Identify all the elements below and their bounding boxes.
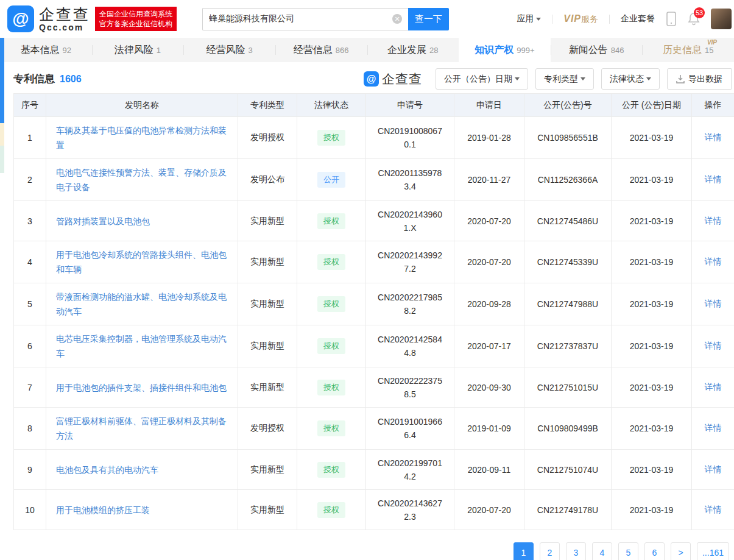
menu-vip-service[interactable]: VIP服务 <box>563 13 598 25</box>
export-data-button[interactable]: 导出数据 <box>667 68 732 90</box>
patent-name-link[interactable]: 车辆及其基于电压值的电池异常检测方法和装置 <box>56 126 227 150</box>
filter-legal-status-label: 法律状态 <box>610 74 644 85</box>
menu-apps[interactable]: 应用 <box>517 13 541 24</box>
rail-segment-green <box>0 146 4 173</box>
column-header: 序号 <box>14 94 46 117</box>
detail-link[interactable]: 详情 <box>705 174 722 184</box>
cell-legal-status: 授权 <box>297 450 366 490</box>
search-input[interactable] <box>209 14 392 24</box>
page-button-2[interactable]: 2 <box>540 542 560 560</box>
user-avatar[interactable] <box>711 9 732 29</box>
cell-patent-type: 发明授权 <box>238 408 297 450</box>
detail-link[interactable]: 详情 <box>705 382 722 392</box>
patent-name-link[interactable]: 用于电池包冷却系统的管路接头组件、电池包和车辆 <box>56 250 227 274</box>
tab-7[interactable]: 新闻公告846 <box>551 38 643 62</box>
next-page-button[interactable]: > <box>671 542 691 560</box>
patent-name-link[interactable]: 电池包及具有其的电动汽车 <box>56 465 158 475</box>
table-row: 3管路对插装置以及电池包实用新型授权CN202021439601.X2020-0… <box>14 201 734 241</box>
cell-legal-status: 授权 <box>297 325 366 367</box>
cell-application-date: 2020-07-17 <box>454 325 524 367</box>
detail-link[interactable]: 详情 <box>705 341 722 350</box>
page-button-1[interactable]: 1 <box>513 542 534 560</box>
filter-publication-date[interactable]: 公开（公告）日期 <box>436 68 528 90</box>
patent-name-link[interactable]: 用于电池包的插件支架、插接件组件和电池包 <box>56 383 227 392</box>
clear-search-icon[interactable]: ✕ <box>392 14 402 24</box>
table-row: 4用于电池包冷却系统的管路接头组件、电池包和车辆实用新型授权CN20202143… <box>14 241 734 283</box>
vip-tag: VIP <box>707 39 717 46</box>
detail-link[interactable]: 详情 <box>705 257 722 266</box>
notifications-bell-icon[interactable]: 53 <box>688 12 700 26</box>
cell-action: 详情 <box>692 490 734 530</box>
table-row: 2电池电气连接性预警方法、装置、存储介质及电子设备发明公布公开CN2020113… <box>14 159 734 201</box>
page-button-3[interactable]: 3 <box>566 542 586 560</box>
tab-count: 866 <box>336 46 349 55</box>
table-header-row: 序号发明名称专利类型法律状态申请号申请日公开(公告)号公开 (公告)日期操作 <box>14 94 734 117</box>
detail-link[interactable]: 详情 <box>705 132 722 142</box>
download-icon <box>676 74 685 83</box>
cell-publication-number: CN112526366A <box>524 159 612 201</box>
cell-application-number: CN202022223758.5 <box>366 367 454 408</box>
divider <box>609 15 610 24</box>
tab-5[interactable]: 企业发展28 <box>367 38 459 62</box>
qcc-brand[interactable]: 企查查 Qcc.com <box>39 7 90 32</box>
search-button[interactable]: 查一下 <box>408 8 449 30</box>
cell-publication-date: 2021-03-19 <box>612 159 692 201</box>
tab-6[interactable]: 知识产权999+ <box>459 38 551 62</box>
patent-name-link[interactable]: 带液面检测功能的溢水罐、电池冷却系统及电动汽车 <box>56 292 227 316</box>
patent-name-link[interactable]: 管路对插装置以及电池包 <box>56 216 150 226</box>
chevron-down-icon <box>580 77 585 80</box>
filter-patent-type[interactable]: 专利类型 <box>535 68 594 90</box>
tab-8[interactable]: VIP历史信息15 <box>642 38 734 62</box>
page-button-5[interactable]: 5 <box>618 542 638 560</box>
status-badge: 授权 <box>317 213 345 229</box>
status-badge: 授权 <box>317 462 345 478</box>
tab-2[interactable]: 法律风险1 <box>92 38 184 62</box>
cell-action: 详情 <box>692 241 734 283</box>
filter-legal-status[interactable]: 法律状态 <box>601 68 660 90</box>
detail-link[interactable]: 详情 <box>705 423 722 433</box>
cell-application-number: CN201910019666.4 <box>366 408 454 450</box>
cell-publication-number: CN212751074U <box>524 450 612 490</box>
page-button-6[interactable]: 6 <box>644 542 665 560</box>
cell-index: 8 <box>14 408 46 450</box>
mobile-app-icon[interactable] <box>666 12 677 26</box>
cell-publication-date: 2021-03-19 <box>612 490 692 530</box>
status-badge: 授权 <box>317 296 345 312</box>
tab-3[interactable]: 经营风险3 <box>183 38 275 62</box>
column-header: 发明名称 <box>46 94 238 117</box>
detail-link[interactable]: 详情 <box>705 505 722 514</box>
status-badge: 授权 <box>317 254 345 270</box>
patent-name-link[interactable]: 电池电气连接性预警方法、装置、存储介质及电子设备 <box>56 168 227 192</box>
rail-segment-blue <box>0 38 4 123</box>
cell-publication-date: 2021-03-19 <box>612 325 692 367</box>
gov-badge-line1: 全国企业信用查询系统 <box>99 9 172 19</box>
cell-legal-status: 授权 <box>297 367 366 408</box>
page-button-4[interactable]: 4 <box>592 542 612 560</box>
detail-link[interactable]: 详情 <box>705 299 722 308</box>
last-page-button[interactable]: ...161 <box>697 542 729 560</box>
vip-suffix: 服务 <box>581 14 598 24</box>
table-row: 6电芯电压采集控制器，电池管理系统及电动汽车实用新型授权CN2020214258… <box>14 325 734 367</box>
divider <box>552 15 552 24</box>
filter-publication-date-label: 公开（公告）日期 <box>444 74 512 85</box>
cell-application-date: 2020-07-20 <box>454 241 524 283</box>
table-row: 10用于电池模组的挤压工装实用新型授权CN202021436272.32020-… <box>14 490 734 530</box>
filter-patent-type-label: 专利类型 <box>544 74 578 85</box>
detail-link[interactable]: 详情 <box>705 216 722 225</box>
patent-name-link[interactable]: 用于电池模组的挤压工装 <box>56 505 150 515</box>
patent-name-link[interactable]: 电芯电压采集控制器，电池管理系统及电动汽车 <box>56 334 227 358</box>
tab-4[interactable]: 经营信息866 <box>275 38 367 62</box>
qcc-logo-icon[interactable]: @ <box>7 5 34 32</box>
cell-publication-date: 2021-03-19 <box>612 367 692 408</box>
tab-1[interactable]: 基本信息92 <box>0 38 92 62</box>
patent-table: 序号发明名称专利类型法律状态申请号申请日公开(公告)号公开 (公告)日期操作 1… <box>13 93 734 530</box>
tab-count: 92 <box>63 46 71 55</box>
patent-name-link[interactable]: 富锂正极材料前驱体、富锂正极材料及其制备方法 <box>56 416 227 441</box>
cell-patent-name: 用于电池包冷却系统的管路接头组件、电池包和车辆 <box>46 241 238 283</box>
qcc-watermark: @ 企查查 <box>364 71 422 88</box>
menu-enterprise-package[interactable]: 企业套餐 <box>621 13 655 24</box>
cell-legal-status: 授权 <box>297 283 366 325</box>
detail-link[interactable]: 详情 <box>705 464 722 474</box>
cell-application-date: 2020-09-28 <box>454 283 524 325</box>
section-tab-bar: 基本信息92法律风险1经营风险3经营信息866企业发展28知识产权999+新闻公… <box>0 38 734 62</box>
